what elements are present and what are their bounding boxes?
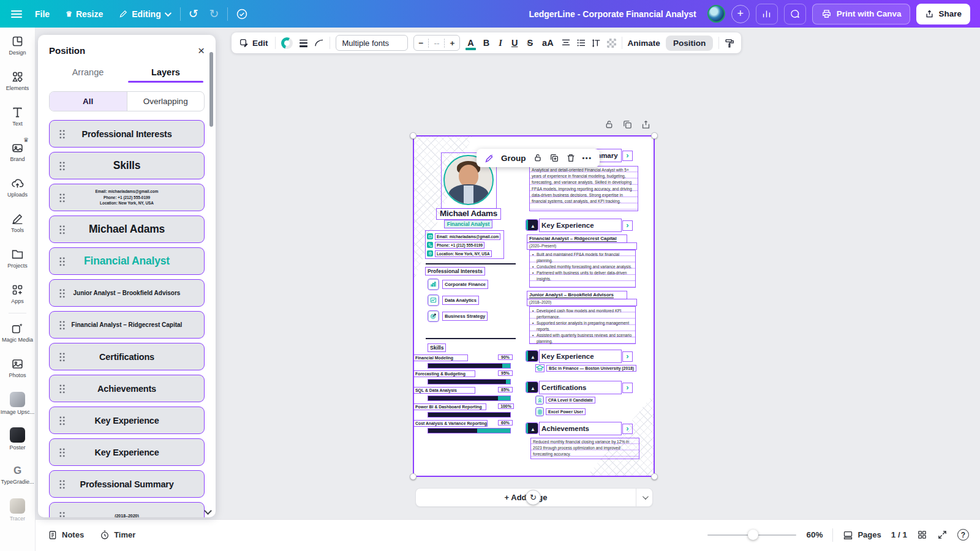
- skill-bar[interactable]: [428, 413, 510, 417]
- resume-page[interactable]: Michael Adams Financial Analyst Email: m…: [413, 136, 654, 476]
- section-arrow-icon[interactable]: ›: [623, 352, 632, 361]
- drag-handle-icon[interactable]: [59, 288, 66, 298]
- text-color-button[interactable]: A: [466, 37, 475, 50]
- job-bullets[interactable]: Developed cash flow models and monitored…: [530, 307, 635, 343]
- section-icon[interactable]: ▲: [526, 423, 538, 433]
- cloud-save-icon[interactable]: [230, 8, 254, 20]
- contact-row[interactable]: Phone: +1 (212) 555-0199: [427, 241, 503, 249]
- drag-handle-icon[interactable]: [59, 320, 66, 330]
- skill-name[interactable]: SQL & Data Analysis: [413, 388, 475, 393]
- skill-percent[interactable]: 90%: [499, 355, 512, 359]
- skills-heading[interactable]: Skills: [428, 344, 445, 351]
- pages-toggle[interactable]: Pages: [843, 530, 881, 540]
- skill-bar[interactable]: [428, 380, 510, 384]
- zoom-slider[interactable]: [707, 534, 796, 536]
- copy-style-button[interactable]: [725, 38, 735, 48]
- tab-layers[interactable]: Layers: [127, 64, 205, 83]
- layer-item[interactable]: Financial Analyst: [49, 247, 205, 275]
- sidebar-item-apps[interactable]: Apps: [0, 276, 35, 312]
- share-button[interactable]: Share: [916, 4, 970, 24]
- skill-bar[interactable]: [428, 364, 510, 368]
- fullscreen-button[interactable]: [937, 530, 948, 540]
- print-button[interactable]: Print with Canva: [812, 4, 911, 24]
- contact-row[interactable]: Email: michaeladams@gmail.com: [427, 232, 503, 241]
- sidebar-item-typegradient[interactable]: G TypeGradie...: [0, 457, 35, 492]
- delete-icon[interactable]: [566, 153, 576, 163]
- resize-menu[interactable]: ♛ Resize: [58, 0, 111, 28]
- section-icon[interactable]: ▲: [526, 220, 538, 230]
- text-spacing-button[interactable]: [592, 39, 601, 48]
- resize-handle[interactable]: [651, 473, 658, 480]
- font-size-value[interactable]: --: [428, 39, 445, 48]
- layer-item[interactable]: Junior Analyst – Brookfield Advisors: [49, 279, 205, 307]
- italic-button[interactable]: I: [497, 37, 504, 50]
- drag-handle-icon[interactable]: [59, 511, 66, 518]
- experience-heading[interactable]: Key Experience: [540, 219, 621, 231]
- interest-item[interactable]: Data Analytics: [428, 295, 478, 305]
- layer-item[interactable]: Professional Summary: [49, 470, 205, 498]
- education-row[interactable]: BSc in Finance — Boston University (2018…: [536, 365, 636, 372]
- bold-button[interactable]: B: [481, 37, 491, 49]
- education-heading[interactable]: Key Experience: [540, 350, 621, 362]
- layer-item[interactable]: Financial Analyst – Ridgecrest Capital: [49, 311, 205, 339]
- resume-role[interactable]: Financial Analyst: [445, 220, 492, 228]
- skill-name[interactable]: Financial Modeling: [413, 355, 467, 361]
- section-arrow-icon[interactable]: ›: [623, 383, 632, 392]
- job-dates[interactable]: (2020–Present): [527, 243, 636, 249]
- transparency-button[interactable]: [607, 39, 616, 48]
- resize-handle[interactable]: [410, 132, 417, 139]
- interests-heading[interactable]: Professional Interests: [426, 268, 484, 275]
- strikethrough-button[interactable]: S: [525, 37, 535, 49]
- summary-paragraph[interactable]: Analytical and detail-oriented Financial…: [530, 167, 638, 211]
- panel-scrollbar[interactable]: [209, 52, 213, 127]
- sidebar-item-design[interactable]: Design: [0, 28, 35, 63]
- section-arrow-icon[interactable]: ›: [623, 151, 632, 160]
- timer-button[interactable]: Timer: [100, 530, 135, 540]
- skill-name[interactable]: Cost Analysis & Variance Reporting: [413, 421, 487, 426]
- skill-name[interactable]: Forecasting & Budgeting: [413, 371, 475, 377]
- section-arrow-icon[interactable]: ›: [623, 424, 632, 433]
- sidebar-item-tools[interactable]: Tools: [0, 205, 35, 241]
- layer-item[interactable]: Email: michaeladams@gmail.com Phone: +1 …: [49, 184, 205, 211]
- help-button[interactable]: ?: [957, 529, 969, 541]
- layer-item[interactable]: Certifications: [49, 343, 205, 370]
- job-dates[interactable]: (2018–2020): [527, 299, 636, 305]
- document-title[interactable]: LedgerLine - Corporate Financial Analyst: [529, 9, 696, 19]
- skill-percent[interactable]: 85%: [499, 388, 512, 392]
- resize-handle[interactable]: [410, 473, 417, 480]
- close-icon[interactable]: ×: [198, 45, 205, 56]
- position-button[interactable]: Position: [666, 36, 713, 51]
- section-icon[interactable]: ▲: [526, 351, 538, 361]
- achievement-paragraph[interactable]: Reduced monthly financial closing varian…: [531, 438, 639, 459]
- sidebar-item-photos[interactable]: Photos: [0, 350, 35, 386]
- undo-button[interactable]: ↺: [183, 7, 204, 21]
- contact-row[interactable]: Location: New York, NY, USA: [427, 249, 503, 258]
- job-title[interactable]: Financial Analyst – Ridgecrest Capital: [527, 235, 627, 242]
- sidebar-item-tracer[interactable]: Tracer: [0, 492, 35, 528]
- sidebar-item-elements[interactable]: Elements: [0, 63, 35, 99]
- editing-mode-menu[interactable]: Editing: [111, 0, 177, 28]
- layer-item[interactable]: Skills: [49, 152, 205, 179]
- add-member-button[interactable]: +: [731, 5, 750, 23]
- insights-button[interactable]: [756, 4, 778, 24]
- drag-handle-icon[interactable]: [59, 193, 66, 203]
- skill-percent[interactable]: 60%: [499, 421, 512, 425]
- font-family-select[interactable]: Multiple fonts: [336, 35, 408, 51]
- duplicate-icon[interactable]: [549, 153, 559, 163]
- resume-name[interactable]: Michael Adams: [437, 209, 500, 219]
- animate-button[interactable]: Animate: [628, 39, 660, 48]
- redo-button[interactable]: ↻: [204, 7, 225, 21]
- certifications-heading[interactable]: Certifications: [540, 381, 621, 394]
- tab-arrange[interactable]: Arrange: [49, 64, 127, 83]
- interest-item[interactable]: Business Strategy: [428, 311, 487, 321]
- filter-all[interactable]: All: [50, 92, 127, 111]
- layer-item[interactable]: Key Experience: [49, 407, 205, 434]
- comments-button[interactable]: [784, 4, 806, 24]
- skill-percent[interactable]: 100%: [499, 404, 513, 408]
- export-page-icon[interactable]: [641, 119, 651, 130]
- job-title[interactable]: Junior Analyst – Brookfield Advisors: [527, 291, 627, 299]
- more-options-button[interactable]: •••: [582, 154, 592, 162]
- lock-icon[interactable]: [533, 153, 543, 163]
- section-arrow-icon[interactable]: ›: [623, 221, 632, 230]
- group-button[interactable]: Group: [501, 154, 526, 163]
